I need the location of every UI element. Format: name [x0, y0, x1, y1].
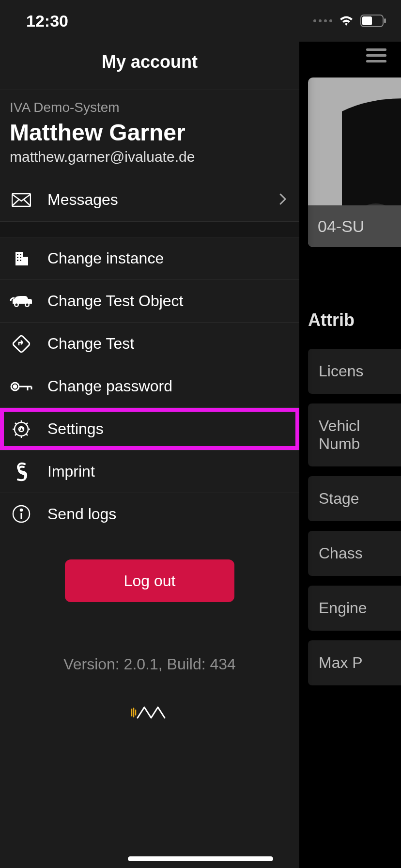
messages-row[interactable]: Messages [0, 179, 299, 221]
svg-rect-2 [366, 60, 386, 62]
send-logs-row[interactable]: Send logs [0, 493, 299, 535]
app-logo [0, 702, 299, 722]
svg-point-25 [20, 509, 22, 511]
imprint-row[interactable]: Imprint [0, 450, 299, 493]
row-label: Change Test [47, 335, 290, 353]
page-title: My account [102, 52, 198, 72]
svg-rect-7 [15, 252, 23, 265]
change-test-row[interactable]: Change Test [0, 322, 299, 365]
version-label: Version: 2.0.1, Build: 434 [0, 655, 299, 673]
attribute-row[interactable]: Vehicl Numb [308, 403, 401, 466]
sign-icon [10, 335, 33, 353]
home-indicator[interactable] [128, 856, 273, 861]
svg-rect-27 [384, 18, 386, 23]
attribute-row[interactable]: Stage [308, 476, 401, 521]
gear-icon [10, 419, 33, 439]
row-label: Send logs [47, 505, 290, 523]
battery-icon [360, 15, 386, 27]
chevron-right-icon [279, 193, 290, 207]
status-bar: 12:30 [0, 0, 401, 42]
svg-rect-0 [366, 48, 386, 51]
user-name: Matthew Garner [10, 119, 290, 146]
svg-rect-9 [17, 254, 18, 255]
svg-rect-1 [366, 54, 386, 57]
wifi-icon [338, 15, 355, 27]
svg-rect-8 [23, 257, 28, 265]
logout-button[interactable]: Log out [65, 559, 234, 602]
settings-row[interactable]: Settings [0, 407, 299, 450]
row-label: Change password [47, 377, 290, 395]
profile-block: IVA Demo-System Matthew Garner matthew.g… [0, 90, 299, 169]
messages-label: Messages [47, 191, 264, 209]
hamburger-menu-button[interactable] [366, 48, 386, 63]
row-label: Change Test Object [47, 292, 290, 310]
change-instance-row[interactable]: Change instance [0, 237, 299, 279]
svg-point-22 [15, 422, 28, 436]
envelope-icon [10, 193, 33, 207]
user-email: matthew.garner@ivaluate.de [10, 149, 290, 165]
attribute-row[interactable]: Max P [308, 640, 401, 685]
building-icon [10, 250, 33, 267]
svg-rect-11 [17, 257, 18, 258]
svg-rect-13 [17, 260, 18, 261]
svg-rect-28 [362, 16, 372, 25]
section-separator [0, 221, 299, 237]
svg-point-18 [26, 303, 29, 306]
svg-rect-14 [20, 260, 21, 261]
vehicle-card-caption: 04-SU [308, 205, 401, 247]
svg-point-16 [15, 303, 18, 306]
row-label: Settings [47, 420, 290, 438]
status-time: 12:30 [26, 12, 68, 31]
change-test-object-row[interactable]: Change Test Object [0, 279, 299, 322]
system-label: IVA Demo-System [10, 100, 290, 115]
attribute-row[interactable]: Engine [308, 586, 401, 631]
row-label: Change instance [47, 249, 290, 267]
vehicle-card[interactable]: 04-SU [308, 78, 401, 247]
info-icon [10, 504, 33, 524]
svg-point-21 [14, 385, 16, 388]
attribute-row[interactable]: Licens [308, 349, 401, 394]
key-icon [10, 381, 33, 392]
row-label: Imprint [47, 463, 290, 480]
attribute-row[interactable]: Chass [308, 531, 401, 576]
attributes-heading: Attrib [308, 310, 355, 330]
cars-icon [10, 294, 33, 309]
paragraph-icon [10, 461, 33, 482]
change-password-row[interactable]: Change password [0, 365, 299, 407]
signal-dots-icon [313, 19, 332, 22]
account-drawer: My account IVA Demo-System Matthew Garne… [0, 0, 299, 868]
svg-rect-10 [20, 254, 21, 255]
svg-rect-12 [20, 257, 21, 258]
